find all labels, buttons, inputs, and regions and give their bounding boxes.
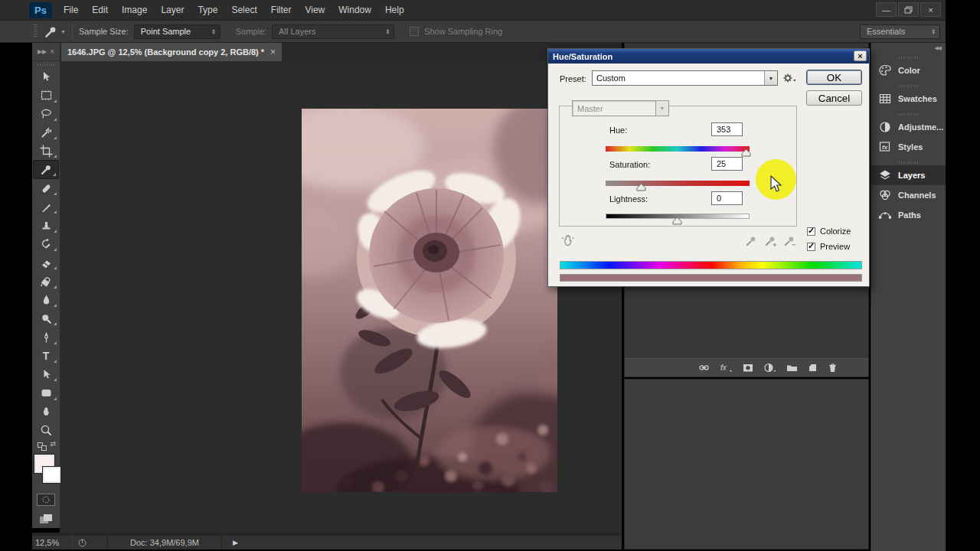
tool-rectangular-marquee[interactable] [33, 86, 59, 104]
lightness-input[interactable] [711, 191, 743, 205]
tool-dodge[interactable] [33, 309, 59, 328]
close-tab-icon[interactable]: × [270, 47, 276, 57]
menu-type[interactable]: Type [191, 2, 224, 18]
panel-grip [899, 113, 919, 116]
link-layers-icon[interactable] [698, 363, 710, 373]
tool-path-selection[interactable] [33, 365, 59, 383]
panel-grip [899, 57, 919, 59]
panel-tab-color[interactable]: Color [871, 60, 946, 80]
add-layer-mask-icon[interactable] [743, 363, 753, 373]
document-image[interactable] [302, 109, 557, 492]
on-image-adjust-hand-icon[interactable] [560, 233, 576, 248]
close-panel-icon[interactable]: × [50, 47, 54, 56]
menu-window[interactable]: Window [332, 2, 378, 18]
collapse-panels-icon[interactable]: ◀◀ [934, 45, 941, 51]
double-chevron-icon[interactable]: ▶▶ [38, 48, 47, 55]
menu-file[interactable]: File [57, 2, 85, 18]
panel-tab-adjustments[interactable]: Adjustme... [871, 117, 946, 137]
status-flyout-arrow-icon[interactable]: ▶ [233, 539, 238, 546]
tool-magic-wand[interactable] [33, 123, 59, 142]
swap-colors-icon[interactable]: ⇄ [33, 439, 59, 452]
sample-layers-dropdown[interactable]: All Layers ▲▼ [272, 24, 394, 39]
quick-mask-button[interactable] [37, 494, 55, 507]
tool-crop[interactable] [33, 142, 59, 160]
canvas-area[interactable] [60, 61, 622, 533]
separator [72, 24, 73, 39]
ok-button[interactable]: OK [806, 70, 862, 85]
sample-size-dropdown[interactable]: Point Sample ▲▼ [134, 24, 220, 39]
new-group-folder-icon[interactable] [786, 363, 798, 373]
preset-dropdown[interactable]: Custom ▼ [592, 70, 778, 86]
colorize-checkbox[interactable] [807, 227, 815, 236]
menu-layer[interactable]: Layer [154, 2, 191, 18]
delete-layer-trash-icon[interactable] [828, 363, 838, 373]
cancel-button[interactable]: Cancel [806, 90, 862, 106]
tool-eraser[interactable] [33, 253, 59, 272]
tool-zoom[interactable] [33, 421, 59, 439]
screen-mode-button[interactable] [39, 514, 53, 528]
tool-move[interactable] [33, 67, 59, 86]
preview-checkbox[interactable] [807, 243, 815, 251]
tool-spot-healing-brush[interactable] [33, 179, 59, 197]
panel-tab-label: Layers [898, 171, 925, 180]
saturation-slider[interactable] [606, 181, 750, 186]
channel-dropdown[interactable]: Master ▼ [572, 100, 669, 116]
panel-tab-styles[interactable]: fx Styles [871, 137, 946, 157]
document-tab[interactable]: 1646.JPG @ 12,5% (Background copy 2, RGB… [61, 43, 282, 61]
options-bar: ▼ Sample Size: Point Sample ▲▼ Sample: A… [0, 21, 946, 43]
saturation-input[interactable] [711, 157, 743, 171]
petunia-photo [302, 109, 557, 492]
updown-arrows-icon: ▲▼ [932, 28, 936, 35]
lightness-slider[interactable] [606, 214, 750, 219]
lightness-slider-handle[interactable] [672, 217, 682, 225]
menu-filter[interactable]: Filter [264, 2, 299, 18]
saturation-slider-handle[interactable] [636, 184, 646, 191]
minimize-icon[interactable]: — [876, 2, 897, 17]
tool-hand[interactable] [33, 403, 59, 421]
active-tool-button[interactable]: ▼ [44, 24, 66, 39]
restore-icon[interactable] [898, 2, 919, 17]
dialog-close-icon[interactable]: × [854, 51, 867, 61]
adjustments-panel-icon [878, 120, 892, 134]
tool-lasso[interactable] [33, 105, 59, 123]
eyedropper-add-icon[interactable] [763, 233, 777, 249]
tool-paint-bucket[interactable] [33, 272, 59, 290]
workspace-dropdown[interactable]: Essentials ▲▼ [860, 24, 940, 39]
tool-blur[interactable] [33, 291, 59, 309]
tool-clone-stamp[interactable] [33, 216, 59, 234]
menu-help[interactable]: Help [378, 2, 411, 18]
hue-input[interactable] [711, 122, 743, 136]
new-layer-icon[interactable] [808, 363, 818, 373]
show-sampling-ring-checkbox[interactable] [410, 27, 419, 36]
preset-options-gear-icon[interactable] [782, 73, 796, 84]
tool-type[interactable]: T [33, 347, 59, 365]
hue-slider[interactable] [606, 146, 750, 152]
background-color-swatch[interactable] [43, 467, 60, 483]
menu-edit[interactable]: Edit [85, 2, 115, 18]
eyedropper-subtract-icon[interactable] [782, 233, 796, 249]
close-icon[interactable]: × [920, 2, 941, 17]
sample-size-value: Point Sample [141, 27, 191, 36]
menu-select[interactable]: Select [224, 2, 263, 18]
panel-tab-label: Color [898, 66, 920, 75]
tool-pen[interactable] [33, 328, 59, 346]
tool-rounded-rectangle[interactable] [33, 383, 59, 402]
tool-brush[interactable] [33, 197, 59, 216]
tool-eyedropper[interactable] [33, 160, 59, 178]
layer-style-fx-icon[interactable]: fx [720, 363, 733, 373]
tool-history-brush[interactable] [33, 235, 59, 253]
panel-tab-layers[interactable]: Layers [871, 165, 946, 185]
dialog-title-bar[interactable]: Hue/Saturation [548, 49, 869, 64]
hue-slider-handle[interactable] [741, 149, 751, 157]
panel-tab-channels[interactable]: Channels [871, 185, 946, 205]
document-tab-title: 1646.JPG @ 12,5% (Background copy 2, RGB… [67, 47, 264, 57]
menu-image[interactable]: Image [115, 2, 154, 18]
svg-text:fx: fx [720, 364, 727, 372]
hue-label: Hue: [609, 126, 627, 135]
menu-view[interactable]: View [298, 2, 332, 18]
panel-tab-paths[interactable]: Paths [871, 205, 946, 225]
zoom-level-field[interactable]: 12,5% [35, 538, 67, 547]
eyedropper-sample-icon[interactable] [744, 233, 758, 249]
adjustment-layer-icon[interactable] [763, 363, 776, 373]
panel-tab-swatches[interactable]: Swatches [871, 89, 946, 109]
